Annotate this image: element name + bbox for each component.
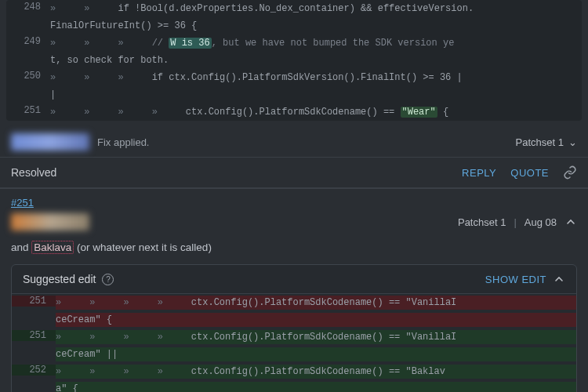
chevron-up-icon[interactable]: [553, 273, 565, 285]
code-line: 250» » » if ctx.Config().PlatformSdkVers…: [6, 69, 582, 86]
diff-added-line: 252» » » » ctx.Config().PlatformSdkCoden…: [12, 363, 576, 380]
show-edit-button[interactable]: SHOW EDIT: [485, 274, 546, 285]
patchset-label: Patchset 1: [516, 136, 564, 148]
fix-applied-row: Fix applied. Patchset 1 ⌄: [0, 127, 588, 157]
link-icon[interactable]: [563, 165, 577, 180]
avatar: [11, 213, 89, 230]
diff-added-line: a" {: [12, 380, 576, 392]
code-line: 249» » » // W is 36, but we have not bum…: [6, 34, 582, 52]
diff-removed-line: 251» » » » ctx.Config().PlatformSdkCoden…: [12, 294, 576, 311]
fix-status-text: Fix applied.: [97, 136, 149, 148]
code-line: 248» » if !Bool(d.dexProperties.No_dex_c…: [6, 0, 582, 17]
resolved-label: Resolved: [11, 166, 56, 179]
code-line: t, so check for both.: [6, 52, 582, 69]
baklava-token: Baklava: [31, 241, 74, 254]
patchset-label: Patchset 1: [458, 216, 506, 228]
diff-added-line: ceCream" ||: [12, 346, 576, 363]
avatar: [11, 133, 89, 151]
code-line: 251» » » » ctx.Config().PlatformSdkCoden…: [6, 103, 582, 121]
code-context-block: 248» » if !Bool(d.dexProperties.No_dex_c…: [6, 0, 582, 121]
suggested-edit-header: Suggested edit ? SHOW EDIT: [12, 265, 576, 294]
chevron-down-icon: ⌄: [568, 136, 577, 148]
comment-date: Aug 08: [524, 216, 557, 228]
comment-card: #251 Patchset 1 | Aug 08 and Baklava (or…: [0, 188, 588, 392]
help-icon[interactable]: ?: [102, 274, 114, 285]
code-line: FinalOrFutureInt() >= 36 {: [6, 17, 582, 34]
suggested-edit-title: Suggested edit: [23, 273, 96, 285]
diff-added-line: 251» » » » ctx.Config().PlatformSdkCoden…: [12, 328, 576, 346]
diff-removed-line: ceCream" {: [12, 311, 576, 328]
comment-actions-bar: Resolved REPLY QUOTE: [0, 157, 588, 188]
comment-text: and Baklava (or whatever next it is call…: [0, 237, 588, 261]
quote-button[interactable]: QUOTE: [510, 167, 549, 179]
line-anchor-link[interactable]: #251: [11, 197, 34, 209]
suggested-edit-box: Suggested edit ? SHOW EDIT 251» » » » ct…: [11, 264, 577, 392]
suggested-diff: 251» » » » ctx.Config().PlatformSdkCoden…: [12, 294, 576, 392]
chevron-up-icon[interactable]: [564, 216, 577, 228]
reply-button[interactable]: REPLY: [462, 167, 496, 179]
code-line: |: [6, 86, 582, 103]
patchset-selector[interactable]: Patchset 1 ⌄: [516, 136, 577, 148]
